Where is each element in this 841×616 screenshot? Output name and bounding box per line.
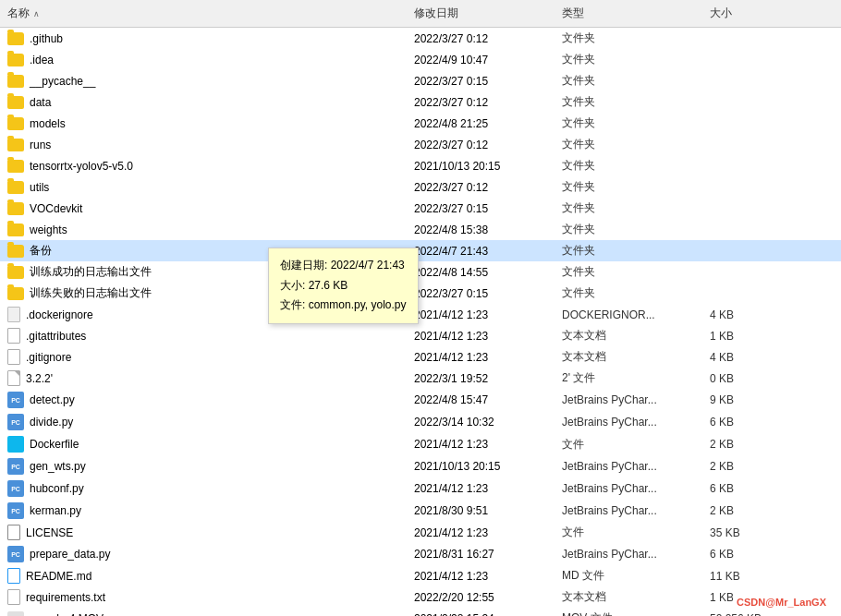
file-date: 2022/3/1 19:52 — [407, 369, 555, 387]
table-row[interactable]: PC kerman.py 2021/8/30 9:51 JetBrains Py… — [0, 500, 841, 522]
table-row[interactable]: .github 2022/3/27 0:12 文件夹 — [0, 28, 841, 49]
file-name-label: .idea — [30, 54, 54, 66]
table-row[interactable]: 3.2.2' 2022/3/1 19:52 2' 文件 0 KB — [0, 368, 841, 389]
file-size — [702, 221, 813, 238]
file-date: 2022/4/9 10:47 — [407, 51, 555, 68]
file-name: __pycache__ — [0, 72, 407, 90]
file-type: 文本文档 — [555, 327, 702, 344]
file-date: 2021/4/12 1:23 — [407, 479, 555, 498]
git-icon — [7, 307, 20, 322]
text-icon — [7, 349, 20, 365]
file-name: README.md — [0, 567, 407, 585]
table-row[interactable]: data 2022/3/27 0:12 文件夹 — [0, 91, 841, 113]
table-row[interactable]: Dockerfile 2021/4/12 1:23 文件 2 KB — [0, 433, 841, 455]
file-size — [702, 157, 813, 175]
table-row[interactable]: __pycache__ 2022/3/27 0:15 文件夹 — [0, 70, 841, 91]
file-name: PC kerman.py — [0, 501, 407, 520]
file-type: 文件夹 — [555, 221, 702, 238]
file-type: JetBrains PyChar... — [555, 413, 702, 431]
col-name-header[interactable]: 名称 ∧ — [0, 4, 407, 23]
python-icon: PC — [7, 458, 24, 475]
table-row[interactable]: tensorrtx-yolov5-v5.0 2021/10/13 20:15 文… — [0, 155, 841, 176]
table-row[interactable]: .gitattributes 2021/4/12 1:23 文本文档 1 KB — [0, 325, 841, 346]
file-name: data — [0, 93, 407, 111]
table-row[interactable]: 备份 2022/4/7 21:43 文件夹 — [0, 240, 841, 261]
file-name-label: utils — [30, 181, 49, 194]
text-icon — [7, 328, 20, 344]
file-type: 文件夹 — [555, 30, 702, 47]
file-size — [702, 93, 813, 111]
table-row[interactable]: runs 2022/3/27 0:12 文件夹 — [0, 134, 841, 155]
file-type: 文件夹 — [555, 93, 702, 111]
file-name: .github — [0, 30, 407, 47]
file-date: 2022/4/8 15:38 — [407, 221, 555, 238]
table-row[interactable]: VOCdevkit 2022/3/27 0:15 文件夹 — [0, 198, 841, 219]
file-name: .gitignore — [0, 348, 407, 366]
table-row[interactable]: 训练失败的日志输出文件 2022/3/27 0:15 文件夹 — [0, 283, 841, 304]
python-icon: PC — [7, 502, 24, 519]
table-row[interactable]: sample-4.MOV 2021/2/28 15:34 MOV 文件 50,0… — [0, 608, 841, 616]
file-type: 文件夹 — [555, 284, 702, 302]
file-size: 2 KB — [702, 457, 813, 476]
folder-icon — [7, 202, 24, 215]
file-name-label: detect.py — [30, 393, 75, 406]
table-row[interactable]: LICENSE 2021/4/12 1:23 文件 35 KB — [0, 522, 841, 543]
file-name-label: gen_wts.py — [30, 460, 86, 473]
table-row[interactable]: PC hubconf.py 2021/4/12 1:23 JetBrains P… — [0, 477, 841, 500]
file-date: 2022/2/20 12:55 — [407, 588, 555, 606]
file-type: 文件夹 — [555, 136, 702, 153]
python-icon: PC — [7, 546, 24, 562]
table-row[interactable]: PC divide.py 2022/3/14 10:32 JetBrains P… — [0, 411, 841, 433]
file-size: 9 KB — [702, 391, 813, 409]
table-row[interactable]: README.md 2021/4/12 1:23 MD 文件 11 KB — [0, 565, 841, 586]
file-list[interactable]: .github 2022/3/27 0:12 文件夹 .idea 2022/4/… — [0, 28, 841, 616]
file-size: 6 KB — [702, 545, 813, 563]
table-row[interactable]: requirements.txt 2022/2/20 12:55 文本文档 1 … — [0, 586, 841, 608]
file-name-label: runs — [30, 139, 51, 151]
file-name: PC gen_wts.py — [0, 457, 407, 476]
file-name: VOCdevkit — [0, 199, 407, 217]
table-row[interactable]: PC prepare_data.py 2021/8/31 16:27 JetBr… — [0, 543, 841, 565]
file-size: 11 KB — [702, 567, 813, 585]
file-date: 2022/3/27 0:12 — [407, 136, 555, 153]
folder-icon — [7, 245, 24, 258]
table-row[interactable]: 训练成功的日志输出文件 2022/4/8 14:55 文件夹 — [0, 261, 841, 283]
file-date: 2022/3/14 10:32 — [407, 413, 555, 431]
file-date: 2021/8/31 16:27 — [407, 545, 555, 563]
folder-icon — [7, 266, 24, 279]
file-name-label: VOCdevkit — [30, 202, 82, 215]
file-size: 1 KB — [702, 327, 813, 344]
file-date: 2022/3/27 0:15 — [407, 199, 555, 217]
file-name-label: models — [30, 117, 66, 130]
table-row[interactable]: .gitignore 2021/4/12 1:23 文本文档 4 KB — [0, 346, 841, 368]
python-icon: PC — [7, 414, 24, 430]
file-name: requirements.txt — [0, 588, 407, 606]
table-row[interactable]: .idea 2022/4/9 10:47 文件夹 — [0, 49, 841, 70]
table-row[interactable]: utils 2022/3/27 0:12 文件夹 — [0, 176, 841, 198]
file-name-label: .dockerignore — [26, 308, 93, 321]
file-name-label: sample-4.MOV — [30, 612, 104, 617]
file-type: MD 文件 — [555, 567, 702, 585]
col-type-header[interactable]: 类型 — [555, 4, 702, 23]
table-row[interactable]: models 2022/4/8 21:25 文件夹 — [0, 113, 841, 134]
table-row[interactable]: weights 2022/4/8 15:38 文件夹 — [0, 219, 841, 240]
file-name: PC divide.py — [0, 413, 407, 431]
file-size: 4 KB — [702, 306, 813, 323]
folder-icon — [7, 32, 24, 45]
file-name: .idea — [0, 51, 407, 68]
table-row[interactable]: PC detect.py 2022/4/8 15:47 JetBrains Py… — [0, 389, 841, 411]
file-type: 文件夹 — [555, 157, 702, 175]
file-name-label: weights — [30, 223, 67, 236]
col-date-header[interactable]: 修改日期 — [407, 4, 555, 23]
folder-icon — [7, 160, 24, 173]
license-icon — [7, 525, 20, 540]
col-size-header[interactable]: 大小 — [702, 4, 813, 23]
file-date: 2022/3/27 0:12 — [407, 30, 555, 47]
table-row[interactable]: PC gen_wts.py 2021/10/13 20:15 JetBrains… — [0, 455, 841, 477]
table-row[interactable]: .dockerignore 2021/4/12 1:23 DOCKERIGNOR… — [0, 304, 841, 325]
file-name-label: hubconf.py — [30, 482, 84, 495]
file-name-label: divide.py — [30, 416, 73, 429]
file-date: 2022/3/27 0:15 — [407, 284, 555, 302]
file-type: 文件夹 — [555, 72, 702, 90]
folder-icon — [7, 117, 24, 130]
